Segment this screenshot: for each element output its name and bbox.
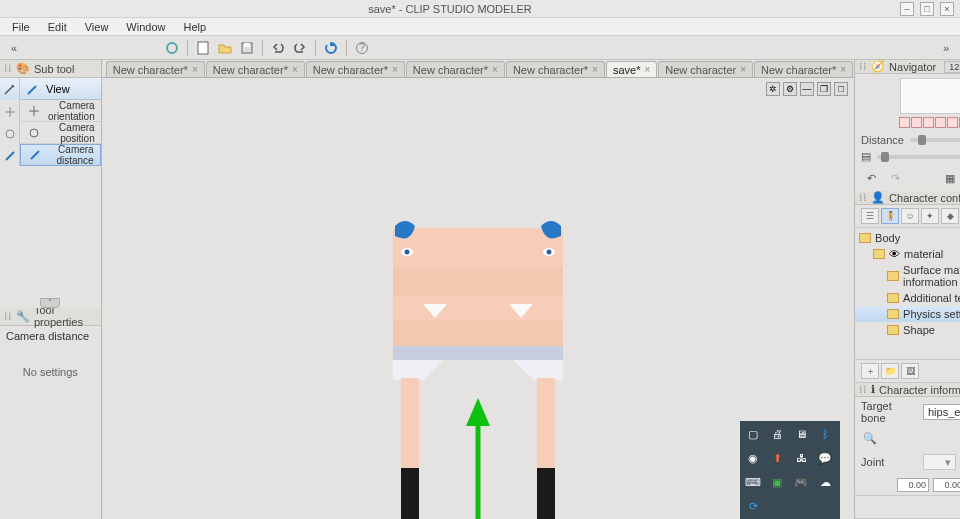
menu-file[interactable]: File — [4, 19, 38, 35]
subtool-group-header[interactable]: View — [20, 78, 101, 100]
tray-gpu-icon[interactable]: ▣ — [770, 475, 784, 489]
nav-cube-icon[interactable] — [923, 117, 934, 128]
config-tab-face-icon[interactable]: ☺ — [901, 208, 919, 224]
navigator-panel-header[interactable]: ⁞⁞ 🧭 Navigator 1234 ▸ — [855, 60, 960, 74]
tree-surface-material[interactable]: Surface material information — [855, 262, 960, 290]
viewport-maximize-icon[interactable]: □ — [834, 82, 848, 96]
tab-close-icon[interactable]: × — [192, 64, 198, 75]
maximize-button[interactable]: □ — [920, 2, 934, 16]
nav-cube-icon[interactable] — [899, 117, 910, 128]
char-info-panel-header[interactable]: ⁞⁞ ℹ Character information — [855, 383, 960, 397]
help-icon[interactable]: ? — [352, 38, 372, 58]
panel-collapse-handle[interactable]: ˄ — [40, 298, 60, 308]
minimize-button[interactable]: – — [900, 2, 914, 16]
add-item-icon[interactable]: ＋ — [861, 363, 879, 379]
document-tab[interactable]: New character*× — [754, 61, 853, 77]
subtab-position-icon[interactable] — [0, 124, 20, 144]
tab-close-icon[interactable]: × — [292, 64, 298, 75]
tray-sync-icon[interactable]: ⟳ — [746, 499, 760, 513]
subtool-panel-header[interactable]: ⁞⁞ 🎨 Sub tool — [0, 60, 101, 78]
grid-toggle-icon[interactable]: ▦ — [940, 168, 960, 188]
document-tab-active[interactable]: save*× — [606, 61, 657, 77]
tab-close-icon[interactable]: × — [392, 64, 398, 75]
tray-chrome-icon[interactable]: ◉ — [746, 451, 760, 465]
viewport-minimize-icon[interactable]: — — [800, 82, 814, 96]
navigator-thumbnail[interactable] — [900, 78, 960, 114]
subtool-camera-position[interactable]: Camera position — [20, 122, 101, 144]
refresh-icon[interactable] — [321, 38, 341, 58]
nav-cube-icon[interactable] — [911, 117, 922, 128]
menu-window[interactable]: Window — [118, 19, 173, 35]
search-bone-icon[interactable]: 🔍 — [861, 430, 879, 446]
tray-update-icon[interactable]: ⬆ — [770, 451, 784, 465]
tray-gamepad-icon[interactable]: 🎮 — [794, 475, 808, 489]
tab-close-icon[interactable]: × — [492, 64, 498, 75]
import-folder-icon[interactable]: 📁 — [881, 363, 899, 379]
tree-label: Body — [875, 232, 960, 244]
value-y-input[interactable] — [933, 478, 960, 492]
tab-close-icon[interactable]: × — [592, 64, 598, 75]
tree-shape[interactable]: Shape — [855, 322, 960, 338]
save-icon[interactable] — [237, 38, 257, 58]
tab-close-icon[interactable]: × — [840, 64, 846, 75]
close-button[interactable]: × — [940, 2, 954, 16]
subtab-orientation-icon[interactable] — [0, 102, 20, 122]
joint-combo[interactable]: ▾ — [923, 454, 956, 470]
import-image-icon[interactable]: 🖼 — [901, 363, 919, 379]
eye-icon[interactable]: 👁 — [889, 248, 900, 260]
viewport-gear-icon[interactable]: ⚙ — [783, 82, 797, 96]
collapse-right-icon[interactable]: » — [936, 38, 956, 58]
toolprops-panel-header[interactable]: ⁞⁞ 🔧 Tool properties — [0, 308, 101, 326]
clip-studio-icon[interactable] — [162, 38, 182, 58]
config-tab-accessory-icon[interactable]: ◆ — [941, 208, 959, 224]
value-x-input[interactable] — [897, 478, 929, 492]
open-icon[interactable] — [215, 38, 235, 58]
subtab-distance-icon[interactable] — [0, 146, 20, 166]
subtool-camera-distance[interactable]: Camera distance — [20, 144, 101, 166]
document-tab[interactable]: New character*× — [106, 61, 205, 77]
document-tab[interactable]: New character*× — [506, 61, 605, 77]
config-tab-skeleton-icon[interactable]: ☰ — [861, 208, 879, 224]
character-model[interactable] — [373, 218, 583, 519]
undo-history-icon[interactable]: ↶ — [861, 168, 881, 188]
tray-network-icon[interactable]: 🖧 — [794, 451, 808, 465]
config-tab-body-icon[interactable]: 🧍 — [881, 208, 899, 224]
char-config-panel-header[interactable]: ⁞⁞ 👤 Character configuration — [855, 191, 960, 205]
tray-bluetooth-icon[interactable]: ᛒ — [818, 427, 832, 441]
target-bone-combo[interactable]: hips_end_bb_ ▾ — [923, 404, 960, 420]
distance-slider[interactable] — [910, 138, 960, 142]
tree-root-body[interactable]: Body — [855, 230, 960, 246]
tree-material[interactable]: 👁 material 🔒 — [855, 246, 960, 262]
viewport-settings-icon[interactable]: ✲ — [766, 82, 780, 96]
collapse-left-icon[interactable]: « — [4, 38, 24, 58]
redo-history-icon[interactable]: ↷ — [885, 168, 905, 188]
tray-chat-icon[interactable]: 💬 — [818, 451, 832, 465]
subtool-maintab-icon[interactable] — [0, 78, 19, 100]
document-tab[interactable]: New character*× — [306, 61, 405, 77]
nav-cube-icon[interactable] — [935, 117, 946, 128]
document-tab[interactable]: New character× — [658, 61, 753, 77]
tray-display-icon[interactable]: 🖥 — [794, 427, 808, 441]
menu-edit[interactable]: Edit — [40, 19, 75, 35]
tab-close-icon[interactable]: × — [644, 64, 650, 75]
tab-close-icon[interactable]: × — [740, 64, 746, 75]
navigator-tab-1234[interactable]: 1234 — [944, 61, 960, 73]
tray-keyboard-icon[interactable]: ⌨ — [746, 475, 760, 489]
tray-print-icon[interactable]: 🖨 — [770, 427, 784, 441]
menu-view[interactable]: View — [77, 19, 117, 35]
document-tab[interactable]: New character*× — [406, 61, 505, 77]
redo-icon[interactable] — [290, 38, 310, 58]
secondary-slider[interactable] — [877, 155, 960, 159]
viewport-restore-icon[interactable]: ❐ — [817, 82, 831, 96]
subtool-camera-orientation[interactable]: Camera orientation — [20, 100, 101, 122]
tray-app-icon[interactable]: ▢ — [746, 427, 760, 441]
tree-additional-texture[interactable]: Additional texture — [855, 290, 960, 306]
new-document-icon[interactable] — [193, 38, 213, 58]
config-tab-hair-icon[interactable]: ✦ — [921, 208, 939, 224]
undo-icon[interactable] — [268, 38, 288, 58]
menu-help[interactable]: Help — [175, 19, 214, 35]
tree-physics-settings[interactable]: Physics settings 🔒 — [855, 306, 960, 322]
tray-cloud-icon[interactable]: ☁ — [818, 475, 832, 489]
nav-cube-icon[interactable] — [947, 117, 958, 128]
document-tab[interactable]: New character*× — [206, 61, 305, 77]
